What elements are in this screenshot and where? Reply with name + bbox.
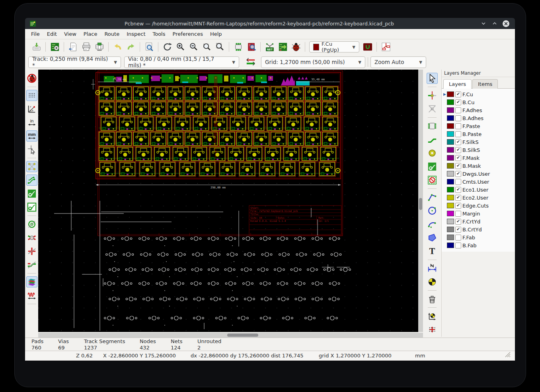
- tab-layers[interactable]: Layers: [443, 79, 472, 89]
- auto-track-width-icon[interactable]: [245, 56, 256, 68]
- layer-color-swatch[interactable]: [447, 211, 454, 216]
- layer-row-dwgs.user[interactable]: ✔Dwgs.User: [442, 170, 515, 178]
- layer-row-f.fab[interactable]: F.Fab: [442, 233, 515, 241]
- grid-visibility-icon[interactable]: [26, 90, 37, 101]
- redo-icon[interactable]: [125, 41, 136, 52]
- highlight-net-icon[interactable]: [427, 90, 438, 101]
- zoom-selection-icon[interactable]: [214, 41, 226, 52]
- local-ratsnest-icon[interactable]: [427, 103, 438, 114]
- layer-color-swatch[interactable]: [447, 147, 454, 153]
- layer-visibility-checkbox[interactable]: ✔: [455, 195, 461, 201]
- layer-color-swatch[interactable]: [447, 99, 454, 105]
- layer-color-swatch[interactable]: [447, 123, 454, 129]
- layer-visibility-checkbox[interactable]: [455, 211, 461, 217]
- layer-row-f.cu[interactable]: ▶✔F.Cu: [442, 90, 515, 98]
- menu-place[interactable]: Place: [80, 30, 101, 38]
- zone-display-filled-icon[interactable]: [26, 188, 37, 199]
- layer-pair-icon[interactable]: [362, 41, 373, 52]
- layer-row-b.paste[interactable]: B.Paste: [442, 130, 515, 138]
- layer-color-swatch[interactable]: [447, 243, 454, 248]
- pad-sketch-icon[interactable]: [26, 246, 37, 257]
- print-icon[interactable]: [81, 41, 92, 52]
- layer-color-swatch[interactable]: [447, 187, 454, 192]
- layer-row-b.cu[interactable]: ✔B.Cu: [442, 98, 515, 106]
- layer-row-edge.cuts[interactable]: ✔Edge.Cuts: [442, 202, 515, 210]
- units-mm-icon[interactable]: mm: [26, 130, 37, 142]
- route-tracks-icon[interactable]: [427, 134, 438, 145]
- minimize-icon[interactable]: [479, 19, 488, 28]
- add-graphic-arc-icon[interactable]: [427, 219, 438, 230]
- menu-route[interactable]: Route: [101, 30, 123, 38]
- layer-visibility-checkbox[interactable]: ✔: [455, 171, 461, 177]
- layer-visibility-checkbox[interactable]: ✔: [455, 187, 461, 193]
- footprint-viewer-icon[interactable]: [246, 41, 257, 52]
- drc-check-icon[interactable]: [290, 41, 302, 52]
- layer-color-swatch[interactable]: [447, 227, 454, 232]
- delete-tool-icon[interactable]: [427, 293, 438, 305]
- layer-visibility-checkbox[interactable]: ✔: [455, 227, 461, 233]
- menu-help[interactable]: Help: [207, 30, 226, 38]
- curved-ratsnest-icon[interactable]: [26, 175, 37, 186]
- netlist-icon[interactable]: NET: [264, 41, 275, 52]
- footprint-sketch-icon[interactable]: [26, 232, 37, 243]
- add-graphic-line-icon[interactable]: [427, 192, 438, 203]
- layer-row-eco2.user[interactable]: ✔Eco2.User: [442, 194, 515, 202]
- layer-row-b.mask[interactable]: ✔B.Mask: [442, 162, 515, 170]
- menu-tools[interactable]: Tools: [149, 30, 169, 38]
- zoom-dropdown[interactable]: Zoom Auto ▼: [370, 56, 426, 68]
- find-icon[interactable]: [144, 41, 155, 52]
- refresh-icon[interactable]: [162, 41, 173, 52]
- add-graphic-circle-icon[interactable]: [427, 205, 438, 216]
- layer-visibility-checkbox[interactable]: [455, 235, 461, 241]
- layer-visibility-checkbox[interactable]: ✔: [455, 203, 461, 209]
- layer-selector-dropdown[interactable]: F.Cu (PgUp) ▼: [309, 41, 359, 52]
- page-settings-icon[interactable]: [68, 41, 79, 52]
- add-dimension-icon[interactable]: [427, 263, 438, 274]
- layer-color-swatch[interactable]: [447, 139, 454, 145]
- layer-visibility-checkbox[interactable]: ✔: [455, 91, 461, 97]
- track-width-dropdown[interactable]: Track: 0,250 mm (9,84 mils) * ▼: [28, 56, 121, 68]
- add-graphic-polygon-icon[interactable]: [427, 232, 438, 243]
- layer-visibility-checkbox[interactable]: [455, 243, 461, 248]
- plot-icon[interactable]: [94, 41, 105, 52]
- menu-inspect[interactable]: Inspect: [123, 30, 149, 38]
- layer-visibility-checkbox[interactable]: ✔: [455, 147, 461, 153]
- layer-color-swatch[interactable]: [447, 131, 454, 137]
- menu-view[interactable]: View: [60, 30, 80, 38]
- layer-color-swatch[interactable]: [447, 179, 454, 184]
- layer-color-swatch[interactable]: [447, 171, 454, 177]
- polar-coords-icon[interactable]: rθ: [26, 103, 37, 114]
- microwave-toolbar-icon[interactable]: [26, 290, 37, 301]
- menu-file[interactable]: File: [27, 30, 43, 38]
- layer-color-swatch[interactable]: [447, 91, 454, 97]
- layer-row-f.crtyd[interactable]: ✔F.CrtYd: [442, 217, 515, 225]
- track-sketch-icon[interactable]: [26, 259, 37, 270]
- maximize-icon[interactable]: [490, 19, 499, 28]
- cursor-shape-icon[interactable]: [26, 144, 37, 155]
- layer-visibility-checkbox[interactable]: ✔: [455, 163, 461, 169]
- vertical-scrollbar[interactable]: [418, 70, 423, 332]
- layer-visibility-checkbox[interactable]: ✔: [455, 99, 461, 105]
- via-sketch-icon[interactable]: [26, 219, 37, 230]
- layer-visibility-checkbox[interactable]: [455, 107, 461, 113]
- drill-origin-icon[interactable]: [427, 310, 438, 322]
- interactive-router-settings-icon[interactable]: [380, 41, 392, 52]
- layer-color-swatch[interactable]: [447, 219, 454, 224]
- layer-row-f.silks[interactable]: ✔F.SilkS: [442, 138, 515, 146]
- layer-row-b.silks[interactable]: ✔B.SilkS: [442, 146, 515, 154]
- layer-visibility-checkbox[interactable]: [455, 115, 461, 121]
- vscroll-thumb[interactable]: [419, 198, 422, 210]
- layer-visibility-checkbox[interactable]: ✔: [455, 155, 461, 161]
- layer-color-swatch[interactable]: [447, 115, 454, 121]
- menu-edit[interactable]: Edit: [43, 30, 60, 38]
- layer-color-swatch[interactable]: [447, 235, 454, 240]
- board-setup-icon[interactable]: [49, 41, 60, 52]
- layer-color-swatch[interactable]: [447, 203, 454, 208]
- undo-icon[interactable]: [112, 41, 123, 52]
- save-icon[interactable]: [31, 41, 42, 52]
- layer-row-f.adhes[interactable]: F.Adhes: [442, 106, 515, 114]
- layer-row-b.crtyd[interactable]: ✔B.CrtYd: [442, 225, 515, 233]
- close-icon[interactable]: [501, 19, 510, 28]
- add-keepout-icon[interactable]: [427, 175, 438, 186]
- arrow-tool-icon[interactable]: [427, 73, 438, 84]
